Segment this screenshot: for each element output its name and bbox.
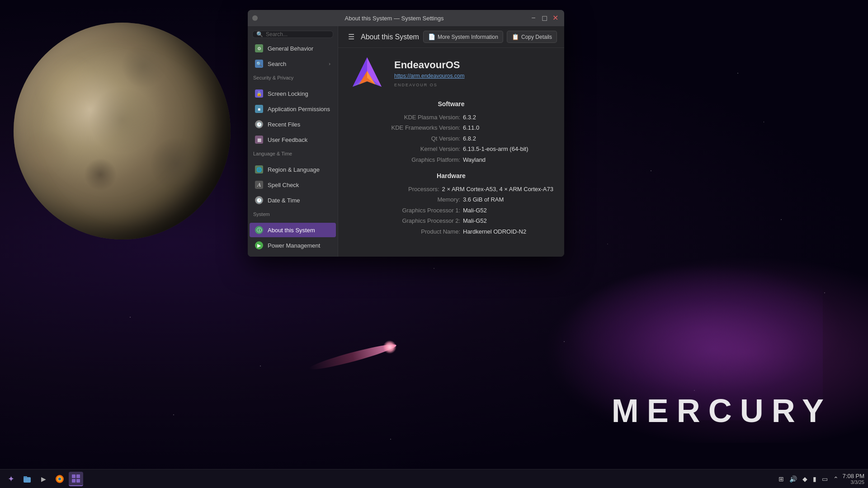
memory-row: Memory: 3.6 GiB of RAM: [349, 194, 553, 205]
graphics-platform-value: Wayland: [463, 155, 553, 165]
main-panel: ☰ About this System 📄 More System Inform…: [338, 26, 564, 257]
window-content: 🔍 ⚙ General Behavior 🔍 Search ›: [248, 26, 564, 257]
copy-details-button[interactable]: 📋 Copy Details: [507, 31, 557, 43]
sidebar-item-label-power: Power Management: [268, 242, 320, 249]
sidebar-item-region-language[interactable]: 🌐 Region & Language: [250, 162, 336, 177]
panel-actions: 📄 More System Information 📋 Copy Details: [423, 31, 557, 43]
product-value: Hardkernel ODROID-N2: [463, 226, 553, 237]
gpu1-label: Graphics Processor 1:: [382, 205, 463, 216]
general-behavior-icon: ⚙: [255, 44, 263, 52]
sidebar-item-app-permissions[interactable]: ■ Application Permissions: [250, 102, 336, 116]
taskbar-expand-icon[interactable]: ⌃: [832, 475, 840, 483]
sidebar-item-date-time[interactable]: 🕐 Date & Time: [250, 193, 336, 207]
svg-rect-13: [76, 479, 80, 483]
titlebar-controls: [252, 15, 258, 21]
titlebar-maximize-icon[interactable]: ◻: [540, 14, 549, 22]
search-input[interactable]: [266, 31, 329, 38]
kde-plasma-row: KDE Plasma Version: 6.3.2: [349, 112, 553, 122]
taskbar-network-icon[interactable]: ◆: [801, 475, 809, 483]
hamburger-menu[interactable]: ☰: [345, 31, 357, 43]
taskbar-time-display: 7:08 PM: [843, 473, 864, 479]
sidebar-item-label-spell-check: Spell Check: [268, 182, 299, 188]
recent-files-icon: 🕑: [255, 120, 263, 128]
sidebar-item-search[interactable]: 🔍 Search ›: [250, 56, 336, 71]
sidebar-item-label-recent-files: Recent Files: [268, 121, 300, 128]
system-settings-window: About this System — System Settings − ◻ …: [248, 10, 564, 257]
sidebar-item-label-screen-locking: Screen Locking: [268, 90, 308, 97]
power-icon: ▶: [255, 241, 263, 249]
panel-title: About this System: [361, 33, 419, 41]
svg-rect-11: [76, 474, 80, 478]
graphics-platform-label: Graphics Platform:: [382, 155, 463, 165]
taskbar-battery-icon[interactable]: ▮: [811, 475, 818, 483]
sidebar-item-general-behavior[interactable]: ⚙ General Behavior: [250, 41, 336, 56]
sidebar-item-label-app-permissions: Application Permissions: [268, 106, 330, 113]
sidebar-item-about-system[interactable]: ⓘ About this System: [250, 223, 336, 237]
memory-value: 3.6 GiB of RAM: [463, 194, 553, 205]
sidebar-item-label-region: Region & Language: [268, 166, 320, 173]
software-section-title: Software: [349, 100, 553, 108]
gpu2-value: Mali-G52: [463, 216, 553, 226]
kernel-label: Kernel Version:: [382, 144, 463, 154]
taskbar-app-launcher[interactable]: ✦: [4, 472, 18, 486]
kernel-value: 6.13.5-1-eos-arm (64-bit): [463, 144, 553, 154]
sidebar-item-label-general: General Behavior: [268, 45, 313, 52]
info-icon: 📄: [428, 33, 435, 40]
panel-content: EndeavourOS https://arm.endeavouros.com …: [338, 48, 564, 257]
desktop: MERCURY About this System — System Setti…: [0, 0, 868, 488]
sidebar-item-label-about: About this System: [268, 227, 315, 234]
sidebar: 🔍 ⚙ General Behavior 🔍 Search ›: [248, 26, 338, 257]
sidebar-item-spell-check[interactable]: A Spell Check: [250, 178, 336, 192]
taskbar-grid-icon[interactable]: ⊞: [777, 475, 785, 483]
app-permissions-icon: ■: [255, 105, 263, 113]
os-url-link[interactable]: https://arm.endeavouros.com: [394, 73, 464, 79]
kde-frameworks-label: KDE Frameworks Version:: [382, 122, 463, 133]
processors-value: 2 × ARM Cortex-A53, 4 × ARM Cortex-A73: [442, 184, 553, 194]
sidebar-item-screen-locking[interactable]: 🔒 Screen Locking: [250, 86, 336, 101]
taskbar-pager[interactable]: ▶: [36, 472, 51, 486]
date-time-icon: 🕐: [255, 196, 263, 204]
screen-locking-icon: 🔒: [255, 89, 263, 98]
graphics-platform-row: Graphics Platform: Wayland: [349, 155, 553, 165]
taskbar-volume-icon[interactable]: 🔊: [788, 475, 798, 483]
sidebar-item-power-management[interactable]: ▶ Power Management: [250, 238, 336, 253]
sidebar-item-recent-files[interactable]: 🕑 Recent Files: [250, 117, 336, 131]
titlebar-close-icon[interactable]: ✕: [551, 14, 560, 22]
titlebar-minimize-btn[interactable]: [252, 15, 258, 21]
titlebar-title: About this System — System Settings: [263, 15, 525, 22]
taskbar-system-tray: ⊞ 🔊 ◆ ▮ ▭ ⌃ 7:08 PM 3/3/25: [777, 473, 864, 485]
mercury-text: MERCURY: [612, 392, 832, 429]
sidebar-item-user-feedback[interactable]: ▦ User Feedback: [250, 132, 336, 147]
taskbar-date-display: 3/3/25: [843, 479, 864, 485]
qt-value: 6.8.2: [463, 133, 553, 144]
os-name: EndeavourOS: [394, 59, 464, 71]
sidebar-item-label-search: Search: [268, 61, 286, 67]
sidebar-item-users[interactable]: 👤 Users: [250, 253, 336, 257]
taskbar-system-settings[interactable]: [69, 472, 83, 486]
taskbar-firefox[interactable]: [52, 472, 67, 486]
kde-frameworks-value: 6.11.0: [463, 122, 553, 133]
region-language-icon: 🌐: [255, 165, 263, 174]
product-label: Product Name:: [382, 226, 463, 237]
memory-label: Memory:: [382, 194, 463, 205]
gpu2-row: Graphics Processor 2: Mali-G52: [349, 216, 553, 226]
os-logo-area: EndeavourOS https://arm.endeavouros.com …: [349, 55, 553, 91]
moon-decoration: [14, 23, 231, 239]
qt-row: Qt Version: 6.8.2: [349, 133, 553, 144]
more-system-info-button[interactable]: 📄 More System Information: [423, 31, 503, 43]
os-logo-container: [349, 55, 385, 91]
os-logo-svg: [349, 55, 385, 91]
qt-label: Qt Version:: [382, 133, 463, 144]
processors-row: Processors: 2 × ARM Cortex-A53, 4 × ARM …: [349, 184, 553, 194]
user-feedback-icon: ▦: [255, 136, 263, 144]
taskbar-file-manager[interactable]: [20, 472, 34, 486]
taskbar-clock[interactable]: 7:08 PM 3/3/25: [843, 473, 864, 485]
titlebar-minimize-icon[interactable]: −: [529, 14, 538, 22]
processors-label: Processors:: [361, 184, 442, 194]
taskbar-monitor-icon[interactable]: ▭: [821, 475, 829, 483]
kernel-row: Kernel Version: 6.13.5-1-eos-arm (64-bit…: [349, 144, 553, 154]
search-container[interactable]: 🔍: [252, 31, 333, 38]
section-label-system: System: [248, 208, 338, 219]
search-item-icon: 🔍: [255, 60, 263, 68]
hardware-section-title: Hardware: [349, 172, 553, 179]
